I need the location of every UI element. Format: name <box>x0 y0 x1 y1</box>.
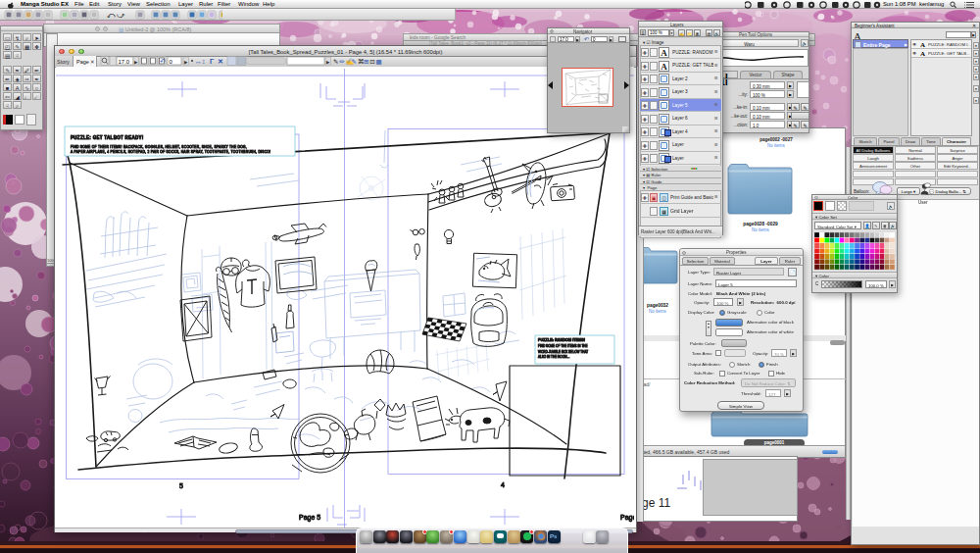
svg-text:FIND SOME OF THE ITEMS IN THE: FIND SOME OF THE ITEMS IN THE <box>538 344 588 348</box>
svg-text:⤺: ⤺ <box>107 11 116 20</box>
svg-text:PUZZLE: GET TALBOT READY!: PUZZLE: GET TALBOT READY! <box>71 135 144 140</box>
svg-text:↕: ↕ <box>202 58 206 65</box>
svg-text:ALSO IN THE ROOM...: ALSO IN THE ROOM... <box>538 355 569 359</box>
svg-text:✎: ✎ <box>352 58 357 65</box>
svg-text:▶: ▶ <box>326 60 330 65</box>
svg-text:Γ: Γ <box>210 58 215 65</box>
svg-text:A PAPER AIRPLANE, 4 PENCILS, N: A PAPER AIRPLANE, 4 PENCILS, NOTEPAD, 2 … <box>71 150 270 154</box>
svg-text:FIND SOME OF THEIR ITEMS! BACK: FIND SOME OF THEIR ITEMS! BACKPACK, GOGG… <box>71 145 247 149</box>
svg-text:✕: ✕ <box>218 58 223 65</box>
svg-text:✎: ✎ <box>333 58 338 65</box>
svg-text:▶: ▶ <box>134 60 138 65</box>
svg-text:⤻: ⤻ <box>117 11 125 20</box>
svg-text:✏: ✏ <box>339 58 345 65</box>
svg-text:⊞: ⊞ <box>364 58 368 65</box>
svg-text:⊡: ⊡ <box>369 58 374 65</box>
svg-text:Page: Page <box>620 514 634 522</box>
svg-text:Page 5: Page 5 <box>299 514 320 522</box>
svg-text:17.0: 17.0 <box>119 59 130 65</box>
svg-text:↔: ↔ <box>195 58 202 65</box>
svg-text:↶: ↶ <box>160 58 166 65</box>
svg-text:WORD-JUMBLE BOX BELOW THAT: WORD-JUMBLE BOX BELOW THAT <box>538 350 588 354</box>
svg-text:▶: ▶ <box>184 60 188 65</box>
svg-text:PUZZLE: RANDOM ITEMS!: PUZZLE: RANDOM ITEMS! <box>538 338 585 342</box>
svg-text:5: 5 <box>179 482 183 489</box>
svg-text:4: 4 <box>501 481 505 488</box>
svg-text:▩: ▩ <box>375 58 381 65</box>
